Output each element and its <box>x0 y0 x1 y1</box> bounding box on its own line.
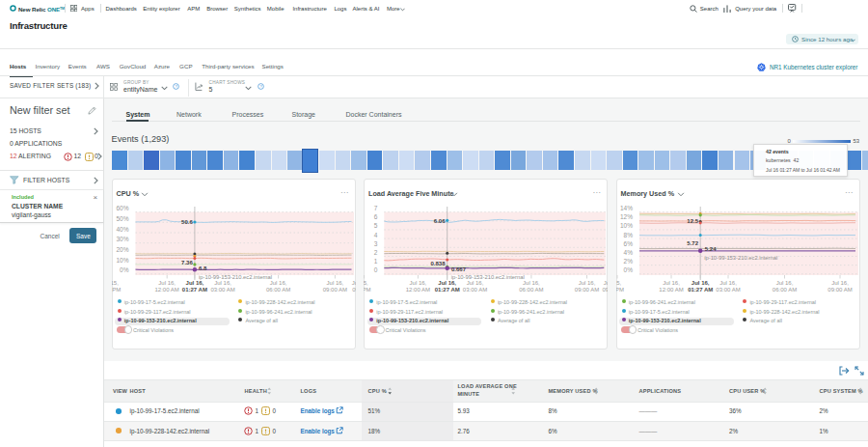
svg-text:9:00 PM: 9:00 PM <box>112 287 121 293</box>
svg-text:4: 4 <box>374 232 378 238</box>
svg-text:01:27 AM: 01:27 AM <box>688 287 713 293</box>
svg-text:ip-10-99-153-210.ec2.internal: ip-10-99-153-210.ec2.internal <box>704 255 777 261</box>
svg-text:Jul 16,: Jul 16, <box>691 280 709 286</box>
svg-text:12%: 12% <box>619 213 632 220</box>
svg-text:3: 3 <box>374 240 378 247</box>
svg-text:Jul 16,: Jul 16, <box>663 280 680 286</box>
svg-text:12:00 AM: 12:00 AM <box>154 287 178 293</box>
svg-text:01:27 AM: 01:27 AM <box>181 287 206 293</box>
svg-text:Jul 16,: Jul 16, <box>719 280 737 286</box>
svg-text:03:00 AM: 03:00 AM <box>716 287 740 293</box>
svg-text:15,: 15, <box>364 280 368 286</box>
svg-text:10%: 10% <box>116 257 128 264</box>
svg-text:2%: 2% <box>623 258 633 265</box>
svg-text:20%: 20% <box>116 246 128 253</box>
svg-text:1: 1 <box>374 258 378 265</box>
svg-text:09:00 AM: 09:00 AM <box>575 287 599 293</box>
svg-text:Jul 16,: Jul 16, <box>410 280 427 286</box>
svg-text:50%: 50% <box>116 215 128 222</box>
svg-text:Jul 16,: Jul 16, <box>158 280 176 286</box>
svg-text:8%: 8% <box>623 232 633 238</box>
svg-text:Jul 16,: Jul 16, <box>467 280 484 286</box>
svg-text:12:00 AM: 12:00 AM <box>659 287 683 293</box>
svg-text:14%: 14% <box>619 205 632 211</box>
svg-text:0.838: 0.838 <box>430 261 446 266</box>
svg-text:Jul 16,: Jul 16, <box>438 280 456 286</box>
svg-text:0%: 0% <box>623 266 633 273</box>
svg-text:12.5: 12.5 <box>687 218 698 224</box>
svg-text:Jul 1: Jul 1 <box>604 280 608 286</box>
svg-text:5: 5 <box>374 222 378 229</box>
svg-text:0 PM: 0 PM <box>616 287 624 293</box>
svg-text:Jul 16,: Jul 16, <box>775 280 793 286</box>
svg-text:5.24: 5.24 <box>704 246 716 252</box>
svg-text:09:00 AM: 09:00 AM <box>322 287 346 293</box>
svg-text:Jul 15,: Jul 15, <box>112 280 119 286</box>
svg-text:6: 6 <box>374 213 378 220</box>
svg-text:Jul 16,: Jul 16, <box>831 280 849 286</box>
svg-text:03:00 AM: 03:00 AM <box>210 287 234 293</box>
svg-text:40%: 40% <box>116 226 128 233</box>
svg-text:06:00 AM: 06:00 AM <box>519 287 543 293</box>
svg-text:ip-10-99-153-210.ec2.internal: ip-10-99-153-210.ec2.internal <box>451 274 525 280</box>
svg-text:6.06: 6.06 <box>434 218 446 224</box>
svg-text:10%: 10% <box>619 222 632 229</box>
svg-text:Jul 16,: Jul 16, <box>185 280 203 286</box>
svg-text:Jul 1: Jul 1 <box>351 280 355 286</box>
svg-text:06:00 AM: 06:00 AM <box>772 287 796 293</box>
svg-text:09:0: 09:0 <box>352 287 356 293</box>
svg-text:03:00 AM: 03:00 AM <box>463 287 487 293</box>
svg-text:6%: 6% <box>623 240 633 247</box>
svg-text:5.72: 5.72 <box>687 240 698 246</box>
svg-text:0.667: 0.667 <box>451 266 467 272</box>
svg-text:7.36: 7.36 <box>181 260 193 265</box>
svg-text:6.8: 6.8 <box>199 265 207 271</box>
svg-text:ip-10-99-153-210.ec2.internal: ip-10-99-153-210.ec2.internal <box>199 274 272 280</box>
svg-text:06:00 AM: 06:00 AM <box>265 287 289 293</box>
svg-text:0%: 0% <box>120 266 129 273</box>
svg-text:01:27 AM: 01:27 AM <box>435 287 460 293</box>
svg-text:30%: 30% <box>116 236 128 242</box>
svg-text:4%: 4% <box>623 249 633 256</box>
svg-text:Jul 16,: Jul 16, <box>269 280 286 286</box>
svg-text:Jul 16,: Jul 16, <box>579 280 596 286</box>
svg-text:15,: 15, <box>616 280 622 286</box>
svg-text:09:00 AM: 09:00 AM <box>827 287 852 293</box>
svg-text:0: 0 <box>374 266 378 273</box>
svg-text:Jul 16,: Jul 16, <box>523 280 540 286</box>
svg-text:60%: 60% <box>116 205 128 211</box>
svg-text:0 PM: 0 PM <box>364 287 371 293</box>
svg-text:09:00: 09:00 <box>602 287 608 293</box>
svg-text:7: 7 <box>374 205 378 211</box>
svg-text:12:00 AM: 12:00 AM <box>406 287 430 293</box>
svg-text:Jul 16,: Jul 16, <box>214 280 231 286</box>
svg-text:Jul 16,: Jul 16, <box>326 280 343 286</box>
svg-text:50.6: 50.6 <box>181 219 193 225</box>
svg-text:2: 2 <box>374 249 378 256</box>
